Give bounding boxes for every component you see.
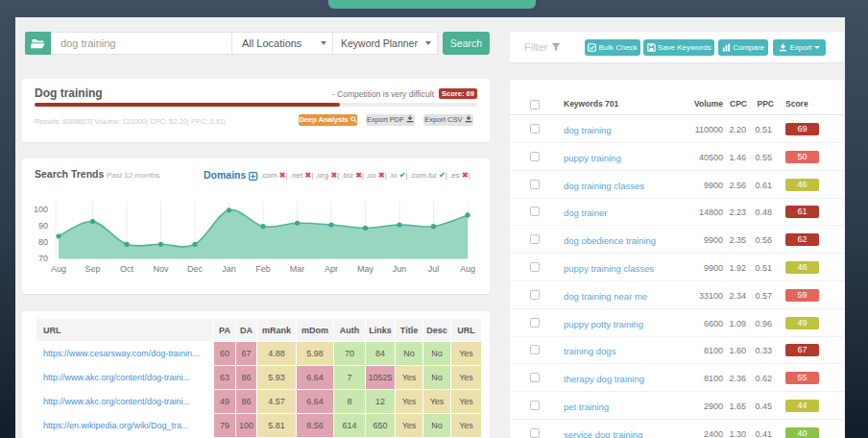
svg-text:80: 80 <box>38 237 48 247</box>
svg-text:Oct: Oct <box>120 264 134 274</box>
svg-text:Nov: Nov <box>153 264 169 274</box>
svg-text:Aug: Aug <box>51 264 66 274</box>
svg-text:May: May <box>357 264 374 274</box>
svg-text:Dec: Dec <box>187 264 204 274</box>
svg-text:Sep: Sep <box>84 264 100 274</box>
svg-text:100: 100 <box>34 205 48 214</box>
svg-text:70: 70 <box>38 254 48 263</box>
svg-text:Aug: Aug <box>460 264 475 274</box>
svg-text:90: 90 <box>38 221 48 231</box>
svg-text:Apr: Apr <box>325 264 338 274</box>
svg-text:Jul: Jul <box>428 264 440 274</box>
svg-text:Feb: Feb <box>255 264 271 274</box>
svg-text:Mar: Mar <box>290 264 305 274</box>
svg-text:Jan: Jan <box>222 264 236 274</box>
svg-text:Jun: Jun <box>393 264 407 274</box>
